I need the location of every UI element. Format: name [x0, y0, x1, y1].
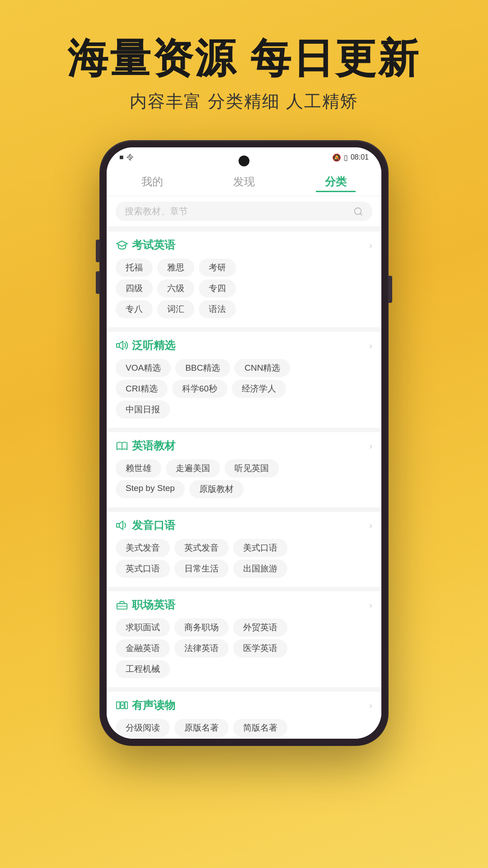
- audiobooks-icon: [116, 699, 128, 712]
- tag-kaoyan[interactable]: 考研: [199, 259, 236, 277]
- tag-daily[interactable]: 日常生活: [174, 560, 229, 578]
- svg-line-1: [360, 213, 362, 215]
- tag-trade[interactable]: 外贸英语: [233, 618, 287, 637]
- category-pronunciation: 发音口语 › 美式发音 英式发音 美式口语 英式口语 日常生活 出国旅游: [107, 512, 381, 587]
- nav-tabs: 我的 发现 分类: [107, 167, 381, 196]
- category-listening: 泛听精选 › VOA精选 BBC精选 CNN精选 CRI精选 科学60秒 经济学…: [107, 332, 381, 428]
- category-textbook-title-area: 英语教材: [116, 439, 175, 453]
- tag-law[interactable]: 法律英语: [174, 639, 229, 657]
- search-icon: [353, 207, 363, 217]
- category-exam-tags3: 专八 词汇 语法: [116, 300, 372, 318]
- mic-icon: [116, 519, 128, 532]
- tag-stepbystep[interactable]: Step by Step: [116, 480, 185, 498]
- tag-science60[interactable]: 科学60秒: [172, 380, 227, 398]
- category-listening-tags2: CRI精选 科学60秒 经济学人: [116, 380, 372, 398]
- category-pronunciation-header: 发音口语 ›: [116, 518, 372, 533]
- category-textbook-title: 英语教材: [132, 439, 175, 453]
- tag-england[interactable]: 听见英国: [225, 459, 279, 477]
- tag-voa[interactable]: VOA精选: [116, 359, 171, 377]
- category-audiobooks-tags: 分级阅读 原版名著 简版名著: [116, 719, 372, 737]
- category-exam-tags: 托福 雅思 考研: [116, 259, 372, 277]
- tag-ielts[interactable]: 雅思: [157, 259, 194, 277]
- category-exam-title-area: 考试英语: [116, 238, 175, 252]
- category-exam-tags2: 四级 六级 专四: [116, 279, 372, 297]
- category-listening-arrow[interactable]: ›: [369, 340, 372, 351]
- tag-america[interactable]: 走遍美国: [166, 459, 220, 477]
- tag-original-classic[interactable]: 原版名著: [174, 719, 229, 737]
- tag-toefl[interactable]: 托福: [116, 259, 153, 277]
- category-textbook-header: 英语教材 ›: [116, 439, 372, 453]
- volume-down-button: [96, 271, 99, 294]
- category-pronunciation-arrow[interactable]: ›: [369, 520, 372, 531]
- category-audiobooks-title-area: 有声读物: [116, 698, 175, 712]
- category-workplace-arrow[interactable]: ›: [369, 600, 372, 610]
- tag-zhuan4[interactable]: 专四: [199, 279, 236, 297]
- tag-bbc[interactable]: BBC精选: [175, 359, 230, 377]
- speaker-icon: [116, 339, 128, 352]
- tag-uk-oral[interactable]: 英式口语: [116, 560, 170, 578]
- category-workplace-tags: 求职面试 商务职场 外贸英语: [116, 618, 372, 637]
- tag-engineering[interactable]: 工程机械: [116, 660, 170, 678]
- svg-rect-7: [117, 702, 120, 709]
- svg-point-10: [122, 704, 123, 706]
- category-workplace-title: 职场英语: [132, 598, 175, 612]
- category-workplace-tags3: 工程机械: [116, 660, 372, 678]
- tag-grammar[interactable]: 语法: [199, 300, 236, 318]
- tag-lai[interactable]: 赖世雄: [116, 459, 161, 477]
- tag-graded[interactable]: 分级阅读: [116, 719, 170, 737]
- signal-icon: ■: [119, 153, 124, 161]
- category-textbook-arrow[interactable]: ›: [369, 441, 372, 451]
- category-audiobooks-arrow[interactable]: ›: [369, 700, 372, 711]
- category-workplace-title-area: 职场英语: [116, 598, 175, 612]
- search-input-wrapper[interactable]: 搜索教材、章节: [116, 202, 372, 221]
- tag-economist[interactable]: 经济学人: [232, 380, 286, 398]
- svg-rect-9: [125, 702, 128, 709]
- tag-cet6[interactable]: 六级: [157, 279, 194, 297]
- tab-discover[interactable]: 发现: [224, 173, 264, 192]
- category-listening-title: 泛听精选: [132, 338, 175, 353]
- book-open-icon: [116, 439, 128, 452]
- category-exam: 考试英语 › 托福 雅思 考研 四级 六级 专四: [107, 231, 381, 327]
- power-button: [389, 276, 392, 303]
- tag-simple-classic[interactable]: 简版名著: [233, 719, 287, 737]
- category-pronunciation-tags: 美式发音 英式发音 美式口语: [116, 539, 372, 557]
- tag-uk-pron[interactable]: 英式发音: [174, 539, 229, 557]
- hero-subtitle: 内容丰富 分类精细 人工精矫: [130, 90, 358, 113]
- category-listening-title-area: 泛听精选: [116, 338, 175, 353]
- category-audiobooks-header: 有声读物 ›: [116, 698, 372, 712]
- tag-travel[interactable]: 出国旅游: [233, 560, 287, 578]
- category-listening-header: 泛听精选 ›: [116, 338, 372, 353]
- tag-cnn[interactable]: CNN精选: [235, 359, 290, 377]
- category-pronunciation-title: 发音口语: [132, 518, 175, 533]
- time-display: 08:01: [351, 153, 369, 161]
- search-bar: 搜索教材、章节: [107, 196, 381, 227]
- tag-medical[interactable]: 医学英语: [233, 639, 287, 657]
- categories-content: 考试英语 › 托福 雅思 考研 四级 六级 专四: [107, 227, 381, 739]
- category-workplace: 职场英语 › 求职面试 商务职场 外贸英语 金融英语 法律英语 医学英语: [107, 591, 381, 687]
- volume-up-button: [96, 240, 99, 262]
- category-textbook-tags2: Step by Step 原版教材: [116, 480, 372, 498]
- tag-finance[interactable]: 金融英语: [116, 639, 170, 657]
- tag-chinadaily[interactable]: 中国日报: [116, 401, 170, 419]
- tag-vocab[interactable]: 词汇: [157, 300, 194, 318]
- status-right: 🔕 ▯ 08:01: [332, 153, 369, 162]
- phone-frame: ■ 令 🔕 ▯ 08:01 我的 发现 分类 搜索教材、章节: [99, 140, 389, 746]
- phone-mockup: ■ 令 🔕 ▯ 08:01 我的 发现 分类 搜索教材、章节: [99, 140, 389, 750]
- phone-screen: ■ 令 🔕 ▯ 08:01 我的 发现 分类 搜索教材、章节: [107, 147, 381, 739]
- tag-us-pron[interactable]: 美式发音: [116, 539, 170, 557]
- tag-original[interactable]: 原版教材: [189, 480, 244, 498]
- tag-interview[interactable]: 求职面试: [116, 618, 170, 637]
- tag-zhuan8[interactable]: 专八: [116, 300, 153, 318]
- tab-mine[interactable]: 我的: [132, 173, 172, 192]
- search-placeholder: 搜索教材、章节: [125, 205, 188, 217]
- category-pronunciation-tags2: 英式口语 日常生活 出国旅游: [116, 560, 372, 578]
- tab-categories[interactable]: 分类: [316, 173, 356, 192]
- tag-cet4[interactable]: 四级: [116, 279, 153, 297]
- tag-cri[interactable]: CRI精选: [116, 380, 168, 398]
- tag-business[interactable]: 商务职场: [174, 618, 229, 637]
- category-exam-arrow[interactable]: ›: [369, 240, 372, 250]
- graduation-icon: [116, 239, 128, 251]
- category-pronunciation-title-area: 发音口语: [116, 518, 175, 533]
- category-listening-tags3: 中国日报: [116, 401, 372, 419]
- tag-us-oral[interactable]: 美式口语: [233, 539, 287, 557]
